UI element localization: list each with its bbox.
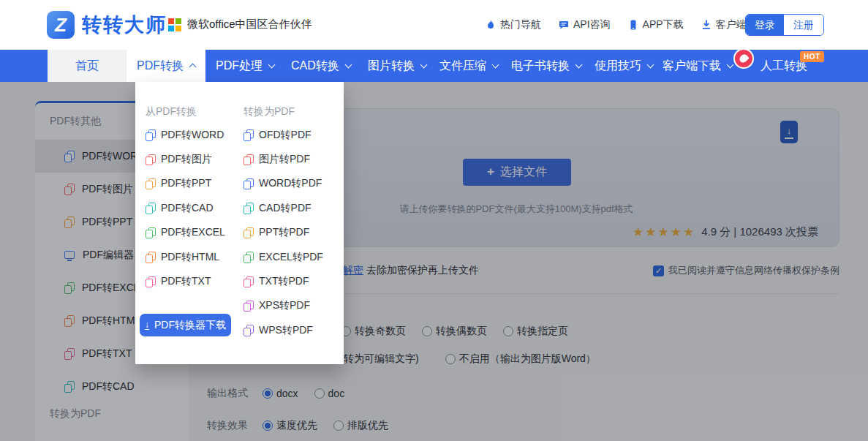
chevron-up-icon — [189, 64, 197, 71]
chevron-down-icon — [647, 61, 654, 68]
dropdown-item-pdf-to-excel[interactable]: PDF转EXCEL — [146, 221, 225, 245]
pdf-converter-download-button[interactable]: ↓ PDF转换器下载 — [140, 314, 231, 336]
dropdown-column-title: 从PDF转换 — [146, 105, 197, 118]
header-link-hot-nav[interactable]: 热门导航 — [485, 18, 541, 31]
pdf-convert-dropdown: 从PDF转换 转换为PDF PDF转WORD PDF转图片 PDF转PPT PD… — [135, 82, 344, 364]
download-icon: ↓ — [145, 321, 149, 330]
chevron-down-icon — [344, 61, 352, 68]
dropdown-item-excel-to-pdf[interactable]: EXCEL转PDF — [244, 245, 323, 269]
dropdown-item-pdf-to-image[interactable]: PDF转图片 — [146, 147, 225, 171]
doc-icon — [146, 154, 155, 165]
doc-icon — [244, 178, 253, 189]
chevron-down-icon — [268, 61, 276, 68]
login-button[interactable]: 登录 — [746, 15, 784, 35]
nav-item-image-convert[interactable]: 图片转换 — [368, 50, 426, 82]
nav-item-ebook-convert[interactable]: 电子书转换 — [511, 50, 581, 82]
chevron-down-icon — [492, 61, 499, 68]
flame-icon — [485, 19, 497, 31]
nav-item-pdf-convert[interactable]: PDF转换 — [127, 50, 205, 82]
dim-overlay — [0, 82, 868, 441]
dropdown-item-pdf-to-cad[interactable]: PDF转CAD — [146, 196, 225, 220]
nav-item-home[interactable]: 首页 — [48, 50, 127, 82]
doc-icon — [244, 252, 253, 263]
nav-item-pdf-process[interactable]: PDF处理 — [216, 50, 274, 82]
page: Z 转转大师 微软office中国区合作伙伴 热门导航 API咨询 APP下载 … — [0, 0, 868, 441]
nav-item-cad-convert[interactable]: CAD转换 — [291, 50, 351, 82]
hot-badge: HOT — [800, 51, 824, 62]
dropdown-to-column: OFD转PDF 图片转PDF WORD转PDF CAD转PDF PPT转PDF … — [244, 123, 323, 343]
dropdown-item-ofd-to-pdf[interactable]: OFD转PDF — [244, 123, 323, 147]
dropdown-item-image-to-pdf[interactable]: 图片转PDF — [244, 147, 323, 171]
dropdown-item-cad-to-pdf[interactable]: CAD转PDF — [244, 196, 323, 220]
header-link-app[interactable]: APP下载 — [627, 18, 684, 31]
chevron-down-icon — [727, 61, 734, 68]
chat-icon — [558, 19, 570, 31]
phone-icon — [627, 19, 639, 31]
doc-icon — [244, 154, 253, 165]
download-icon — [701, 19, 712, 31]
doc-icon — [244, 325, 253, 336]
header-links: 热门导航 API咨询 APP下载 客户端 — [485, 0, 747, 50]
doc-icon — [146, 276, 155, 287]
doc-icon — [146, 252, 155, 263]
doc-icon — [146, 227, 155, 238]
chevron-down-icon — [420, 61, 428, 68]
microsoft-logo-icon — [168, 18, 181, 31]
dropdown-column-title: 转换为PDF — [244, 105, 295, 118]
dropdown-item-txt-to-pdf[interactable]: TXT转PDF — [244, 269, 323, 293]
doc-icon — [146, 203, 155, 214]
microsoft-partner: 微软office中国区合作伙伴 — [168, 18, 312, 31]
chevron-down-icon — [575, 61, 583, 68]
dropdown-item-pdf-to-txt[interactable]: PDF转TXT — [146, 269, 225, 293]
auth-buttons: 登录 注册 — [745, 14, 824, 36]
dropdown-item-wps-to-pdf[interactable]: WPS转PDF — [244, 318, 323, 342]
dropdown-from-column: PDF转WORD PDF转图片 PDF转PPT PDF转CAD PDF转EXCE… — [146, 123, 225, 294]
nav-item-file-compress[interactable]: 文件压缩 — [439, 50, 498, 82]
doc-icon — [244, 129, 253, 140]
doc-icon — [146, 178, 155, 189]
flame-badge-icon — [733, 48, 754, 69]
doc-icon — [244, 227, 253, 238]
dropdown-item-pdf-to-html[interactable]: PDF转HTML — [146, 245, 225, 269]
dropdown-item-pdf-to-word[interactable]: PDF转WORD — [146, 123, 225, 147]
dropdown-item-word-to-pdf[interactable]: WORD转PDF — [244, 172, 323, 196]
nav-item-client-download[interactable]: 客户端下载 — [663, 50, 733, 82]
doc-icon — [244, 276, 253, 287]
logo-z-icon: Z — [47, 11, 75, 39]
doc-icon — [146, 129, 155, 140]
brand-logo[interactable]: Z 转转大师 — [47, 11, 167, 39]
partner-text: 微软office中国区合作伙伴 — [187, 18, 312, 31]
header-link-client[interactable]: 客户端 — [701, 18, 747, 31]
brand-name: 转转大师 — [82, 12, 167, 38]
register-button[interactable]: 注册 — [784, 15, 823, 35]
doc-icon — [244, 203, 253, 214]
dropdown-item-ppt-to-pdf[interactable]: PPT转PDF — [244, 221, 323, 245]
header-link-api[interactable]: API咨询 — [558, 18, 611, 31]
dropdown-item-pdf-to-ppt[interactable]: PDF转PPT — [146, 172, 225, 196]
doc-icon — [244, 301, 253, 312]
site-header: Z 转转大师 微软office中国区合作伙伴 热门导航 API咨询 APP下载 … — [0, 0, 868, 50]
dropdown-item-xps-to-pdf[interactable]: XPS转PDF — [244, 294, 323, 318]
nav-item-tips[interactable]: 使用技巧 — [595, 50, 653, 82]
